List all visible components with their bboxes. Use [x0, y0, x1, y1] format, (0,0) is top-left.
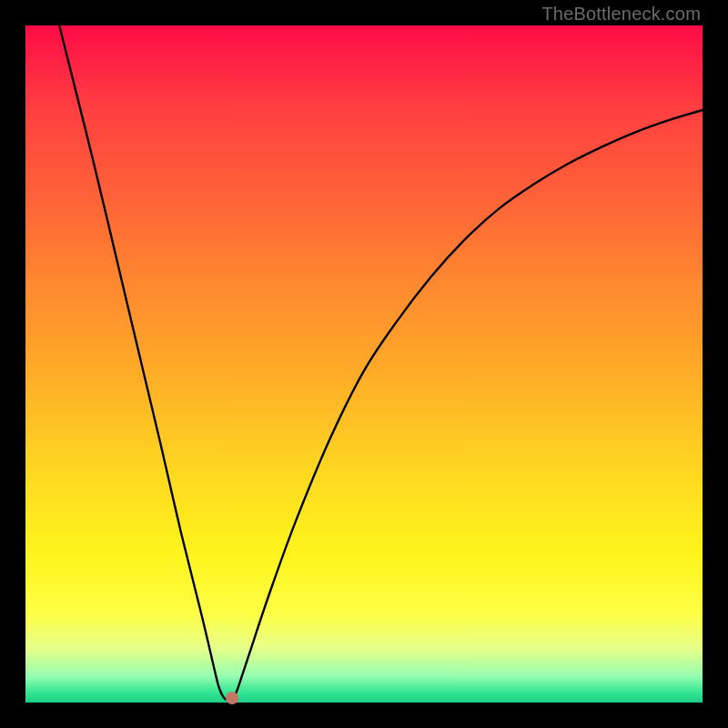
- optimal-point-marker: [226, 692, 238, 704]
- chart-frame: [25, 25, 703, 703]
- watermark-text: TheBottleneck.com: [541, 4, 701, 25]
- curve-path: [59, 25, 703, 700]
- bottleneck-curve: [25, 25, 703, 703]
